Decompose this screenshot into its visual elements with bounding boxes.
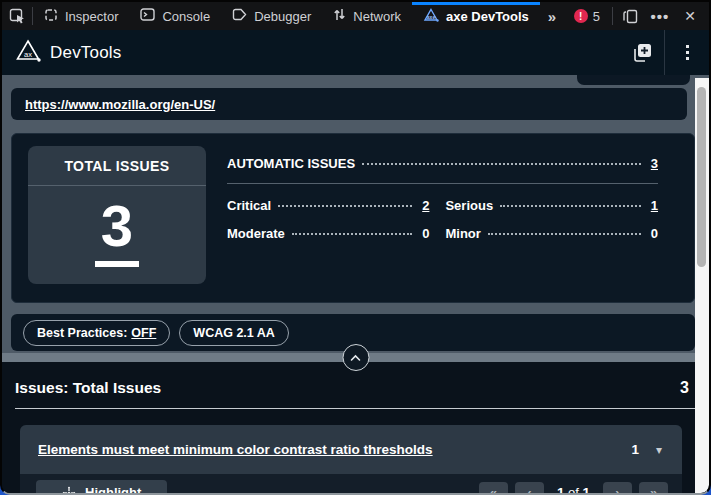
scrollbar-thumb[interactable] bbox=[697, 87, 706, 267]
automatic-issues-value[interactable]: 3 bbox=[648, 156, 658, 171]
issue-card: Elements must meet minimum color contras… bbox=[20, 425, 682, 495]
svg-text:ax: ax bbox=[24, 50, 32, 59]
header-popup-remnant bbox=[577, 75, 690, 85]
options-menu-icon[interactable] bbox=[665, 30, 709, 75]
metrics-divider bbox=[227, 183, 658, 184]
of-label: of bbox=[568, 485, 579, 495]
devtools-menu-icon[interactable]: ••• bbox=[647, 4, 673, 28]
more-tabs-icon[interactable]: » bbox=[540, 8, 562, 25]
minor-value: 0 bbox=[648, 226, 658, 241]
page-indicator: 1 of 1 bbox=[557, 485, 590, 495]
highlight-label: Highlight bbox=[85, 485, 141, 495]
moderate-row: Moderate 0 bbox=[227, 226, 429, 241]
current-page: 1 bbox=[557, 485, 565, 495]
issue-pagination: « ‹ 1 of 1 › » bbox=[479, 482, 668, 495]
devtools-tabbar: Inspector Console Debugger bbox=[2, 2, 709, 30]
critical-row: Critical 2 bbox=[227, 198, 429, 213]
new-scan-button[interactable] bbox=[620, 30, 664, 75]
total-issues-box: TOTAL ISSUES 3 bbox=[28, 146, 206, 284]
critical-value[interactable]: 2 bbox=[419, 198, 429, 213]
debugger-icon bbox=[232, 8, 247, 24]
severity-grid: Critical 2 Serious 1 Moderate 0 bbox=[227, 198, 658, 241]
tab-label: Network bbox=[353, 9, 401, 24]
console-icon bbox=[140, 8, 155, 24]
axe-brand: ax DevTools bbox=[2, 39, 122, 66]
vertical-scrollbar[interactable] bbox=[695, 78, 709, 493]
tab-debugger[interactable]: Debugger bbox=[221, 2, 322, 30]
issues-total-count: 3 bbox=[680, 379, 689, 397]
tab-label: Debugger bbox=[254, 9, 311, 24]
wcag-standard-pill[interactable]: WCAG 2.1 AA bbox=[179, 320, 289, 346]
inspector-icon bbox=[44, 8, 58, 25]
dotted-leader bbox=[278, 205, 412, 207]
minor-row: Minor 0 bbox=[445, 226, 658, 241]
error-count: 5 bbox=[593, 9, 600, 24]
scanned-url-card: https://www.mozilla.org/en-US/ bbox=[11, 88, 687, 120]
last-page-button[interactable]: » bbox=[639, 482, 668, 495]
automatic-issues-label: AUTOMATIC ISSUES bbox=[227, 156, 355, 171]
best-practices-toggle[interactable]: Best Practices: OFF bbox=[23, 320, 170, 346]
automatic-issues-row: AUTOMATIC ISSUES 3 bbox=[227, 156, 658, 171]
app-header-actions bbox=[620, 30, 709, 75]
pick-element-icon[interactable] bbox=[2, 2, 32, 30]
app-title: DevTools bbox=[50, 43, 122, 63]
close-devtools-icon[interactable]: ✕ bbox=[677, 4, 703, 28]
tab-axe-devtools[interactable]: axe axe DevTools bbox=[412, 2, 540, 30]
axe-logo-icon: ax bbox=[15, 39, 41, 66]
highlight-button[interactable]: Highlight bbox=[36, 480, 167, 495]
summary-section: https://www.mozilla.org/en-US/ TOTAL ISS… bbox=[2, 75, 709, 362]
svg-text:axe: axe bbox=[427, 13, 436, 19]
dotted-leader bbox=[362, 163, 641, 165]
dotted-leader bbox=[292, 233, 413, 235]
chevron-up-icon bbox=[350, 354, 362, 362]
serious-row: Serious 1 bbox=[445, 198, 658, 213]
responsive-design-mode-icon[interactable] bbox=[617, 4, 643, 28]
total-pages: 1 bbox=[582, 485, 590, 495]
active-tab-indicator bbox=[412, 2, 540, 5]
issues-section: Issues: Total Issues 3 Elements must mee… bbox=[2, 362, 709, 493]
issue-title-link[interactable]: Elements must meet minimum color contras… bbox=[38, 442, 433, 457]
tab-inspector[interactable]: Inspector bbox=[33, 2, 129, 30]
devtools-window: Inspector Console Debugger bbox=[0, 0, 711, 495]
highlight-crosshair-icon bbox=[62, 486, 76, 495]
first-page-button[interactable]: « bbox=[479, 482, 508, 495]
critical-label: Critical bbox=[227, 198, 271, 213]
wcag-label: WCAG 2.1 AA bbox=[193, 326, 275, 340]
error-count-badge[interactable]: ! 5 bbox=[566, 9, 608, 24]
minor-label: Minor bbox=[445, 226, 480, 241]
issue-accordion-header[interactable]: Elements must meet minimum color contras… bbox=[20, 425, 682, 474]
tab-console[interactable]: Console bbox=[129, 2, 221, 30]
chevron-down-icon[interactable]: ▾ bbox=[656, 443, 662, 457]
best-practices-label: Best Practices: bbox=[37, 326, 127, 340]
total-issues-label: TOTAL ISSUES bbox=[28, 146, 206, 186]
issues-heading-divider bbox=[15, 408, 695, 409]
next-page-button[interactable]: › bbox=[603, 482, 632, 495]
issue-count: 1 bbox=[631, 442, 639, 457]
issue-header-right: 1 ▾ bbox=[631, 442, 662, 457]
dotted-leader bbox=[500, 205, 641, 207]
prev-page-button[interactable]: ‹ bbox=[515, 482, 544, 495]
error-icon: ! bbox=[574, 9, 588, 23]
network-icon bbox=[333, 7, 346, 25]
serious-label: Serious bbox=[445, 198, 493, 213]
moderate-label: Moderate bbox=[227, 226, 285, 241]
collapse-summary-button[interactable] bbox=[342, 344, 369, 371]
tab-label: Console bbox=[162, 9, 210, 24]
issue-card-body: Highlight « ‹ 1 of 1 › » bbox=[20, 474, 682, 495]
issues-heading: Issues: Total Issues bbox=[15, 379, 161, 397]
total-issues-value[interactable]: 3 bbox=[95, 197, 139, 267]
issues-summary-card: TOTAL ISSUES 3 AUTOMATIC ISSUES 3 Critic… bbox=[11, 133, 695, 303]
scanned-url-link[interactable]: https://www.mozilla.org/en-US/ bbox=[25, 97, 215, 112]
axe-app-header: ax DevTools bbox=[2, 30, 709, 75]
issue-metrics: AUTOMATIC ISSUES 3 Critical 2 Serious 1 bbox=[227, 156, 658, 241]
best-practices-state: OFF bbox=[131, 326, 156, 340]
tab-label: axe DevTools bbox=[446, 9, 529, 24]
dotted-leader bbox=[488, 233, 641, 235]
serious-value[interactable]: 1 bbox=[648, 198, 658, 213]
tab-network[interactable]: Network bbox=[322, 2, 412, 30]
kebab-icon bbox=[686, 45, 689, 60]
moderate-value: 0 bbox=[419, 226, 429, 241]
tab-label: Inspector bbox=[65, 9, 118, 24]
axe-logo-icon: axe bbox=[423, 8, 439, 25]
tabbar-right-controls: ! 5 ••• ✕ bbox=[566, 4, 709, 28]
